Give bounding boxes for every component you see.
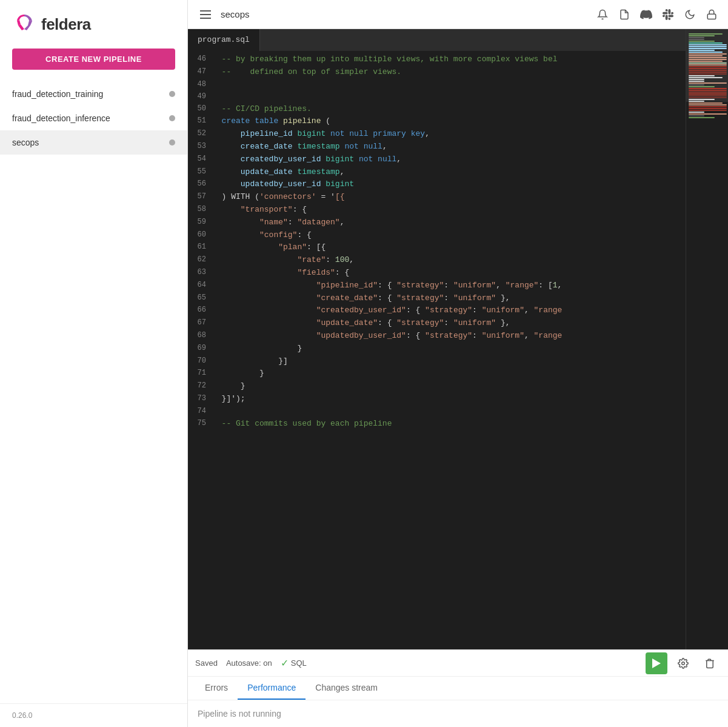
code-line-63: 63 "fields": { bbox=[188, 267, 686, 280]
code-line-64: 64 "pipeline_id": { "strategy": "uniform… bbox=[188, 280, 686, 292]
code-line-57: 57 ) WITH ('connectors' = '[{ bbox=[188, 191, 686, 204]
create-pipeline-button[interactable]: CREATE NEW PIPELINE bbox=[12, 49, 175, 70]
bottom-toolbar-right bbox=[646, 652, 721, 674]
run-pipeline-button[interactable] bbox=[646, 652, 667, 674]
status-dot-0 bbox=[169, 91, 175, 97]
bottom-panel: Saved Autosave: on ✓ SQL bbox=[188, 649, 728, 727]
discord-icon[interactable] bbox=[640, 8, 653, 21]
code-line-68: 68 "updatedby_user_id": { "strategy": "u… bbox=[188, 330, 686, 343]
code-line-54: 54 createdby_user_id bigint not null, bbox=[188, 153, 686, 166]
main-content: secops bbox=[188, 0, 728, 727]
logo-text: feldera bbox=[41, 15, 91, 34]
svg-marker-1 bbox=[652, 658, 661, 668]
code-line-65: 65 "create_date": { "strategy": "uniform… bbox=[188, 292, 686, 305]
code-line-55: 55 update_date timestamp, bbox=[188, 166, 686, 179]
settings-button[interactable] bbox=[672, 652, 694, 674]
code-line-60: 60 "config": { bbox=[188, 229, 686, 242]
theme-toggle-icon[interactable] bbox=[683, 8, 696, 21]
file-tab-label: program.sql bbox=[198, 34, 250, 47]
code-line-72: 72 } bbox=[188, 380, 686, 393]
code-editor[interactable]: program.sql 46 -- by breaking them up in… bbox=[188, 29, 686, 649]
tab-changes-stream[interactable]: Changes stream bbox=[306, 677, 387, 700]
code-line-47: 47 -- defined on top of simpler views. bbox=[188, 66, 686, 79]
minimap bbox=[686, 29, 728, 649]
code-line-62: 62 "rate": 100, bbox=[188, 254, 686, 267]
code-line-52: 52 pipeline_id bigint not null primary k… bbox=[188, 128, 686, 141]
code-line-70: 70 }] bbox=[188, 355, 686, 368]
saved-label: Saved bbox=[195, 658, 218, 668]
svg-rect-0 bbox=[707, 14, 716, 19]
topbar-right bbox=[596, 8, 718, 21]
sql-badge: ✓ SQL bbox=[281, 657, 307, 669]
pipeline-name-1: fraud_detection_inference bbox=[12, 113, 110, 123]
bottom-content: Pipeline is not running bbox=[188, 700, 728, 727]
bottom-tabs: Errors Performance Changes stream bbox=[188, 677, 728, 700]
tab-performance[interactable]: Performance bbox=[238, 677, 306, 700]
minimap-inner bbox=[686, 29, 728, 649]
code-line-66: 66 "createdby_user_id": { "strategy": "u… bbox=[188, 304, 686, 317]
bottom-toolbar-left: Saved Autosave: on ✓ SQL bbox=[195, 657, 307, 669]
pipeline-list: fraud_detection_training fraud_detection… bbox=[0, 82, 187, 703]
topbar-left: secops bbox=[198, 8, 250, 21]
pipeline-name-0: fraud_detection_training bbox=[12, 89, 103, 99]
sidebar: feldera CREATE NEW PIPELINE fraud_detect… bbox=[0, 0, 188, 727]
code-line-59: 59 "name": "datagen", bbox=[188, 216, 686, 229]
status-dot-1 bbox=[169, 115, 175, 121]
code-line-50: 50 -- CI/CD pipelines. bbox=[188, 103, 686, 116]
code-line-61: 61 "plan": [{ bbox=[188, 241, 686, 254]
code-line-53: 53 create_date timestamp not null, bbox=[188, 141, 686, 153]
document-icon[interactable] bbox=[618, 8, 631, 21]
slack-icon[interactable] bbox=[661, 8, 675, 21]
code-lines[interactable]: 46 -- by breaking them up into multiple … bbox=[188, 51, 686, 649]
autosave-label: Autosave: on bbox=[226, 658, 272, 668]
pipeline-name-2: secops bbox=[12, 138, 39, 147]
lock-icon[interactable] bbox=[705, 8, 718, 21]
editor-container: program.sql 46 -- by breaking them up in… bbox=[188, 29, 728, 649]
svg-point-2 bbox=[682, 662, 685, 665]
version-label: 0.26.0 bbox=[0, 703, 187, 727]
code-line-71: 71 } bbox=[188, 367, 686, 380]
check-icon: ✓ bbox=[281, 657, 289, 669]
code-line-51: 51 create table pipeline ( bbox=[188, 115, 686, 128]
code-line-46: 46 -- by breaking them up into multiple … bbox=[188, 53, 686, 66]
code-line-73: 73 }]'); bbox=[188, 393, 686, 406]
code-line-67: 67 "update_date": { "strategy": "uniform… bbox=[188, 317, 686, 330]
status-dot-2 bbox=[169, 139, 175, 146]
feldera-logo-icon bbox=[12, 12, 36, 36]
sidebar-item-pipeline-0[interactable]: fraud_detection_training bbox=[0, 82, 187, 106]
code-line-69: 69 } bbox=[188, 343, 686, 355]
topbar: secops bbox=[188, 0, 728, 29]
delete-button[interactable] bbox=[699, 652, 721, 674]
pipeline-status-message: Pipeline is not running bbox=[198, 709, 281, 719]
sidebar-item-pipeline-1[interactable]: fraud_detection_inference bbox=[0, 106, 187, 130]
code-line-49: 49 bbox=[188, 91, 686, 103]
sidebar-item-pipeline-2[interactable]: secops bbox=[0, 130, 187, 155]
hamburger-menu-icon[interactable] bbox=[198, 8, 213, 21]
code-line-58: 58 "transport": { bbox=[188, 204, 686, 216]
code-line-75: 75 -- Git commits used by each pipeline bbox=[188, 418, 686, 431]
minimap-highlight bbox=[686, 29, 728, 102]
bottom-toolbar: Saved Autosave: on ✓ SQL bbox=[188, 650, 728, 677]
tab-errors[interactable]: Errors bbox=[195, 677, 238, 700]
bell-icon[interactable] bbox=[596, 8, 609, 21]
code-line-74: 74 bbox=[188, 406, 686, 418]
logo-area: feldera bbox=[0, 0, 187, 42]
file-tab-program-sql[interactable]: program.sql bbox=[188, 29, 260, 51]
file-tabs: program.sql bbox=[188, 29, 686, 51]
code-line-48: 48 bbox=[188, 79, 686, 91]
code-line-56: 56 updatedby_user_id bigint bbox=[188, 178, 686, 191]
topbar-title: secops bbox=[221, 9, 250, 19]
sql-label: SQL bbox=[291, 658, 307, 668]
